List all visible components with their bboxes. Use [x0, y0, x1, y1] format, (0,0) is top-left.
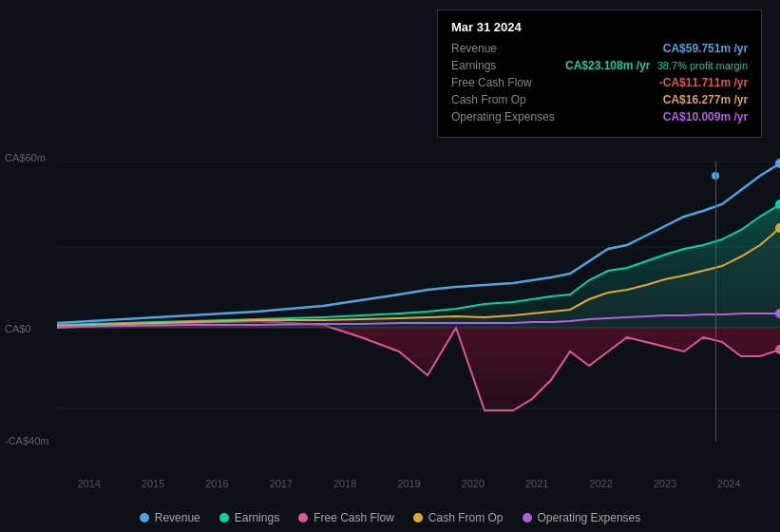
tooltip-margin: 38.7% profit margin [657, 60, 748, 71]
tooltip-label-revenue: Revenue [451, 42, 565, 55]
x-label-2022: 2022 [589, 478, 612, 489]
tooltip-row-earnings: Earnings CA$23.108m /yr 38.7% profit mar… [451, 59, 748, 72]
legend-label-fcf: Free Cash Flow [314, 511, 394, 524]
tooltip-label-earnings: Earnings [451, 59, 565, 72]
x-label-2021: 2021 [525, 478, 548, 489]
chart-legend: Revenue Earnings Free Cash Flow Cash Fro… [0, 511, 780, 524]
legend-item-cashfromop[interactable]: Cash From Op [413, 511, 504, 524]
legend-dot-revenue [140, 513, 149, 522]
legend-dot-cashfromop [413, 513, 423, 522]
legend-label-cashfromop: Cash From Op [428, 511, 504, 524]
legend-dot-earnings [219, 513, 229, 522]
tooltip-value-cashfromop: CA$16.277m /yr [663, 93, 748, 106]
x-label-2019: 2019 [397, 478, 420, 489]
tooltip-value-earnings: CA$23.108m /yr [565, 59, 650, 72]
x-label-2018: 2018 [333, 478, 356, 489]
tooltip-row-revenue: Revenue CA$59.751m /yr [451, 42, 748, 55]
legend-label-revenue: Revenue [155, 511, 200, 524]
x-label-2014: 2014 [77, 478, 100, 489]
tooltip-value-fcf: -CA$11.711m /yr [659, 76, 748, 89]
tooltip-label-fcf: Free Cash Flow [451, 76, 565, 89]
tooltip-row-fcf: Free Cash Flow -CA$11.711m /yr [451, 76, 748, 89]
tooltip-label-opex: Operating Expenses [451, 110, 565, 124]
tooltip-label-cashfromop: Cash From Op [451, 93, 565, 106]
cursor-line [715, 162, 716, 442]
x-label-2020: 2020 [462, 478, 485, 489]
legend-item-opex[interactable]: Operating Expenses [523, 511, 641, 524]
tooltip-row-cashfromop: Cash From Op CA$16.277m /yr [451, 93, 748, 106]
tooltip-value-opex: CA$10.009m /yr [663, 110, 748, 124]
x-axis: 2014 2015 2016 2017 2018 2019 2020 2021 … [0, 478, 780, 489]
legend-dot-opex [523, 513, 532, 522]
legend-item-revenue[interactable]: Revenue [140, 511, 200, 524]
x-label-2024: 2024 [717, 478, 740, 489]
tooltip-date: Mar 31 2024 [451, 20, 748, 34]
x-label-2017: 2017 [270, 478, 293, 489]
legend-label-opex: Operating Expenses [538, 511, 641, 524]
chart-container: Mar 31 2024 Revenue CA$59.751m /yr Earni… [0, 0, 780, 532]
tooltip-box: Mar 31 2024 Revenue CA$59.751m /yr Earni… [437, 10, 762, 138]
x-label-2023: 2023 [654, 478, 676, 489]
legend-item-fcf[interactable]: Free Cash Flow [298, 511, 394, 524]
tooltip-value-revenue: CA$59.751m /yr [663, 42, 748, 55]
tooltip-row-opex: Operating Expenses CA$10.009m /yr [451, 110, 748, 124]
legend-label-earnings: Earnings [235, 511, 279, 524]
x-label-2016: 2016 [205, 478, 228, 489]
legend-dot-fcf [298, 513, 308, 522]
x-label-2015: 2015 [142, 478, 164, 489]
legend-item-earnings[interactable]: Earnings [219, 511, 279, 524]
